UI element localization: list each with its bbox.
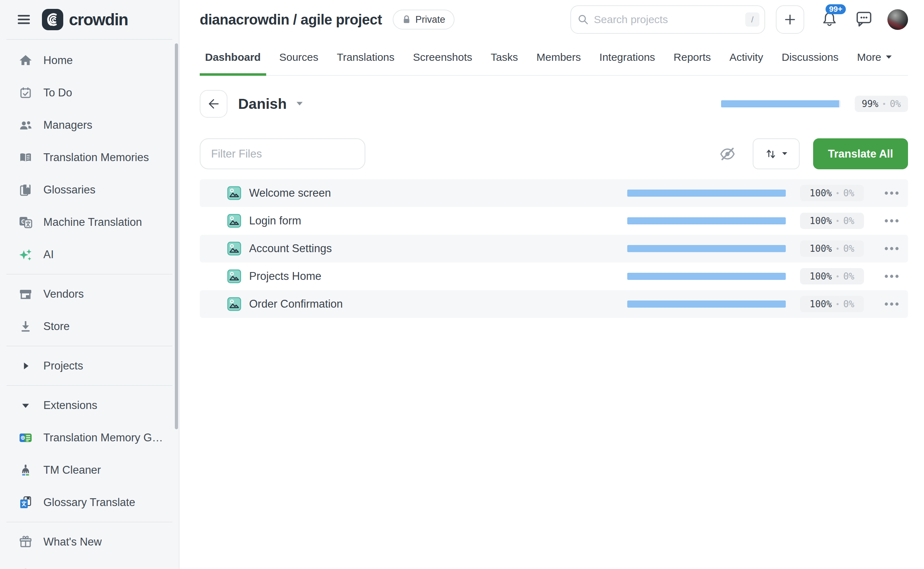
sidebar-item-todo[interactable]: To Do: [0, 76, 179, 109]
language-name: Danish: [238, 96, 287, 113]
approved-percent: 0%: [890, 99, 901, 109]
sidebar-item-label: AI: [43, 248, 54, 261]
ellipsis-icon: [884, 219, 899, 223]
tab-translations[interactable]: Translations: [332, 39, 400, 75]
language-selector-caret[interactable]: [296, 101, 303, 106]
lock-icon: [402, 15, 411, 24]
tab-tasks[interactable]: Tasks: [486, 39, 523, 75]
file-name: Projects Home: [249, 270, 321, 283]
create-project-button[interactable]: [776, 5, 804, 34]
file-menu-button[interactable]: [880, 302, 903, 306]
file-stats-badge: 100% • 0%: [800, 240, 864, 257]
sidebar-item-whats-new[interactable]: What's New: [0, 526, 179, 558]
sidebar-item-label: Vendors: [43, 288, 84, 301]
file-menu-button[interactable]: [880, 274, 903, 278]
crowdin-logo[interactable]: crowdin: [42, 9, 128, 30]
sidebar-item-help-support[interactable]: ? Help & Support: [0, 558, 179, 569]
sort-files-button[interactable]: [753, 138, 800, 169]
sidebar-item-home[interactable]: Home: [0, 44, 179, 76]
file-menu-button[interactable]: [880, 191, 903, 195]
search-icon: [577, 13, 590, 27]
user-avatar[interactable]: [888, 9, 908, 30]
tab-activity[interactable]: Activity: [724, 39, 768, 75]
tab-more[interactable]: More: [851, 39, 897, 75]
glossary-translate-icon: [18, 495, 33, 510]
translated-percent: 99%: [862, 99, 878, 109]
sidebar-item-machine-translation[interactable]: G Machine Translation: [0, 206, 179, 238]
sidebar-item-ai[interactable]: AI: [0, 238, 179, 271]
file-stats-badge: 100% • 0%: [800, 268, 864, 284]
todo-icon: [18, 86, 33, 100]
file-progress-bar: [627, 245, 786, 252]
privacy-badge: Private: [393, 10, 455, 29]
machine-translation-icon: G: [18, 215, 33, 230]
tab-integrations[interactable]: Integrations: [594, 39, 661, 75]
crowdin-project-dashboard: crowdin Home To Do: [0, 0, 924, 569]
sidebar-item-label: Translation Memories: [43, 151, 149, 164]
tab-screenshots[interactable]: Screenshots: [408, 39, 478, 75]
sidebar-item-glossaries[interactable]: Glossaries: [0, 173, 179, 206]
help-icon: ?: [18, 567, 33, 569]
chevron-down-icon: [886, 55, 892, 59]
hamburger-menu-icon[interactable]: [17, 14, 30, 25]
notifications-button[interactable]: 99+: [819, 7, 840, 32]
file-row[interactable]: Login form 100% • 0%: [200, 207, 908, 235]
file-menu-button[interactable]: [880, 219, 903, 223]
sidebar-item-label: TM Cleaner: [43, 464, 101, 476]
ellipsis-icon: [884, 191, 899, 195]
sidebar-item-glossary-translate[interactable]: Glossary Translate: [0, 486, 179, 519]
image-file-icon: [227, 214, 241, 228]
sidebar-item-tm-generator[interactable]: Translation Memory Gene…: [0, 421, 179, 454]
main-content: dianacrowdin / agile project Private /: [180, 0, 924, 569]
store-download-icon: [18, 319, 33, 333]
arrow-left-icon: [206, 97, 221, 111]
file-progress-bar: [627, 190, 786, 197]
filter-files-input[interactable]: [200, 138, 365, 169]
top-bar: dianacrowdin / agile project Private /: [180, 0, 924, 39]
file-row[interactable]: Order Confirmation 100% • 0%: [200, 290, 908, 318]
sidebar-item-managers[interactable]: Managers: [0, 109, 179, 141]
sidebar-nav: Home To Do Managers: [0, 40, 179, 569]
tab-dashboard[interactable]: Dashboard: [200, 39, 266, 75]
privacy-badge-label: Private: [416, 14, 445, 25]
file-row[interactable]: Welcome screen 100% • 0%: [200, 179, 908, 207]
file-row[interactable]: Account Settings 100% • 0%: [200, 235, 908, 262]
sidebar-item-vendors[interactable]: Vendors: [0, 278, 179, 310]
image-file-icon: [227, 269, 241, 283]
tab-discussions[interactable]: Discussions: [776, 39, 844, 75]
sidebar-item-translation-memories[interactable]: Translation Memories: [0, 141, 179, 173]
file-menu-button[interactable]: [880, 246, 903, 251]
sidebar-item-extensions[interactable]: Extensions: [0, 389, 179, 421]
sidebar-header: crowdin: [0, 0, 179, 39]
sidebar-divider: [0, 382, 179, 389]
file-list: Welcome screen 100% • 0% L: [200, 179, 908, 318]
translate-all-button[interactable]: Translate All: [813, 138, 908, 169]
sidebar-item-label: Store: [43, 320, 70, 333]
sidebar-item-label: Managers: [43, 119, 93, 132]
sidebar-divider: [0, 342, 179, 350]
toggle-hidden-files-button[interactable]: [719, 146, 736, 162]
tab-reports[interactable]: Reports: [668, 39, 716, 75]
tab-sources[interactable]: Sources: [274, 39, 324, 75]
sidebar-item-label: What's New: [43, 536, 102, 548]
back-button[interactable]: [200, 90, 228, 118]
file-stats-badge: 100% • 0%: [800, 213, 864, 229]
search-shortcut-key: /: [745, 12, 759, 27]
sidebar-divider: [0, 271, 179, 278]
file-row[interactable]: Projects Home 100% • 0%: [200, 262, 908, 290]
sidebar-item-store[interactable]: Store: [0, 310, 179, 342]
sidebar-item-projects[interactable]: Projects: [0, 350, 179, 382]
ellipsis-icon: [884, 274, 899, 278]
tab-members[interactable]: Members: [531, 39, 586, 75]
sidebar-scrollbar[interactable]: [175, 43, 178, 429]
file-stats-badge: 100% • 0%: [800, 185, 864, 201]
sidebar-item-label: Glossary Translate: [43, 496, 135, 509]
messages-button[interactable]: [855, 10, 873, 29]
sidebar-item-label: Help & Support: [43, 568, 118, 569]
sidebar-item-tm-cleaner[interactable]: TM Cleaner: [0, 454, 179, 486]
sidebar-item-label: Glossaries: [43, 184, 95, 196]
managers-icon: [18, 118, 33, 132]
caret-right-icon: [18, 359, 33, 373]
sort-arrows-icon: [765, 148, 777, 160]
search-input[interactable]: [570, 5, 765, 34]
